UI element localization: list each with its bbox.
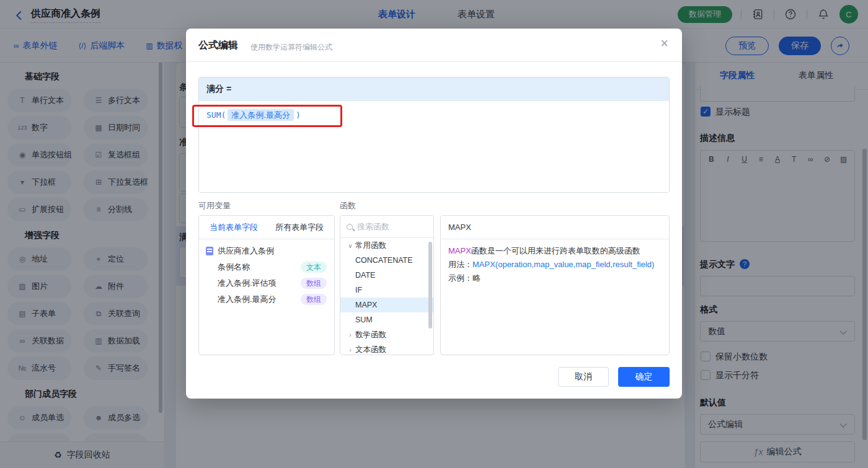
functions-panel: ∨ 常用函数 CONCATENATE DATE IF MAPX SUM › 数学… <box>340 215 434 355</box>
form-name: 供应商准入条例 <box>218 245 274 257</box>
tab-current-form-fields[interactable]: 当前表单字段 <box>210 222 258 233</box>
function-usage: 用法：MAPX(operation,map_value,map_field,re… <box>448 258 662 272</box>
function-detail-title: MAPX <box>441 216 669 239</box>
type-badge: 文本 <box>301 262 327 273</box>
variable-row-eval[interactable]: 准入条例.评估项 数组 <box>199 275 334 291</box>
modal-subtitle: 使用数学运算符编辑公式 <box>250 42 332 53</box>
function-item-mapx-selected[interactable]: MAPX <box>340 298 433 312</box>
variables-tabs: 当前表单字段 所有表单字段 <box>199 216 334 239</box>
formula-target: 满分 = <box>199 77 669 101</box>
variable-row-name[interactable]: 条例名称 文本 <box>199 259 334 275</box>
formula-field-token[interactable]: 准入条例.最高分 <box>228 109 294 121</box>
function-group-math[interactable]: › 数学函数 <box>340 327 433 342</box>
group-label: 文本函数 <box>355 345 386 355</box>
example-label: 示例： <box>448 273 472 283</box>
functions-scrollbar[interactable] <box>428 242 432 329</box>
function-name-highlight: MAPX <box>448 246 471 255</box>
functions-section-label: 函数 <box>340 200 356 211</box>
variables-panel: 当前表单字段 所有表单字段 供应商准入条例 条例名称 文本 准入条例.评估项 数… <box>198 215 335 355</box>
formula-function: SUM( <box>206 110 226 120</box>
function-detail-panel: MAPX MAPX函数是一个可以用来进行跨表单取数的高级函数 用法：MAPX(o… <box>440 215 670 355</box>
function-item-if[interactable]: IF <box>340 283 433 298</box>
description-text: 函数是一个可以用来进行跨表单取数的高级函数 <box>471 246 640 255</box>
function-group-common[interactable]: ∨ 常用函数 <box>340 238 433 253</box>
variable-name: 准入条例.最高分 <box>218 294 277 305</box>
cancel-button[interactable]: 取消 <box>558 367 609 387</box>
chevron-right-icon: › <box>345 347 355 353</box>
function-item-sum[interactable]: SUM <box>340 312 433 327</box>
form-designer-app: 供应商准入条例 表单设计 表单设置 数据管理 C ∞ <box>0 0 868 468</box>
variable-name: 条例名称 <box>218 262 250 273</box>
group-label: 数学函数 <box>355 330 386 340</box>
formula-close-paren: ) <box>296 110 301 120</box>
formula-edit-modal: 公式编辑 使用数学运算符编辑公式 × 满分 = SUM(准入条例.最高分) 可用… <box>186 29 682 399</box>
example-value: 略 <box>472 273 480 283</box>
confirm-button[interactable]: 确定 <box>618 367 670 387</box>
variables-tree-root[interactable]: 供应商准入条例 <box>199 243 334 259</box>
function-search[interactable] <box>340 216 433 238</box>
search-icon <box>347 224 353 230</box>
tab-all-form-fields[interactable]: 所有表单字段 <box>275 222 324 233</box>
modal-title: 公式编辑 <box>198 39 238 52</box>
group-label: 常用函数 <box>355 241 386 251</box>
chevron-right-icon: › <box>345 332 355 338</box>
function-detail-body: MAPX函数是一个可以用来进行跨表单取数的高级函数 用法：MAPX(operat… <box>441 239 669 290</box>
type-badge: 数组 <box>301 294 327 305</box>
function-group-text[interactable]: › 文本函数 <box>340 342 433 355</box>
modal-header: 公式编辑 使用数学运算符编辑公式 × <box>186 29 682 62</box>
usage-code: MAPX(operation,map_value,map_field,resul… <box>472 260 654 269</box>
type-badge: 数组 <box>301 278 327 289</box>
variables-section-label: 可用变量 <box>198 200 231 211</box>
usage-label: 用法： <box>448 260 472 269</box>
function-description: MAPX函数是一个可以用来进行跨表单取数的高级函数 <box>448 244 662 258</box>
close-icon[interactable]: × <box>660 37 668 50</box>
formula-editor: 满分 = SUM(准入条例.最高分) <box>198 77 670 193</box>
variable-row-maxscore[interactable]: 准入条例.最高分 数组 <box>199 291 334 307</box>
formula-input-area[interactable]: SUM(准入条例.最高分) <box>199 101 669 193</box>
function-search-input[interactable] <box>357 222 419 231</box>
chevron-down-icon: ∨ <box>345 242 355 249</box>
form-doc-icon <box>206 247 213 255</box>
variable-name: 准入条例.评估项 <box>218 278 277 289</box>
function-item-concatenate[interactable]: CONCATENATE <box>340 253 433 268</box>
function-item-date[interactable]: DATE <box>340 268 433 283</box>
function-example: 示例：略 <box>448 272 662 285</box>
